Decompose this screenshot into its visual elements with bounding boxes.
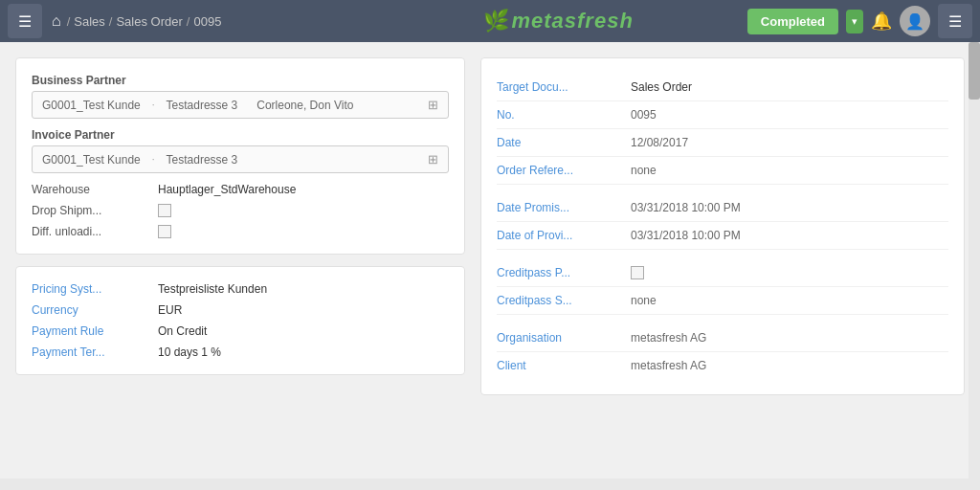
organisation-value: metasfresh AG — [631, 331, 948, 345]
hamburger-button[interactable]: ☰ — [8, 4, 42, 38]
client-label: Client — [497, 359, 631, 372]
diff-unloading-checkbox[interactable] — [158, 225, 171, 238]
breadcrumb-sep3: / — [187, 14, 190, 29]
header-right: Completed ▾ 🔔 👤 ☰ — [747, 4, 972, 38]
home-icon[interactable]: ⌂ — [52, 12, 61, 30]
business-partner-label: Business Partner — [32, 74, 449, 87]
order-reference-label: Order Refere... — [497, 164, 631, 177]
right-fields-card: Target Docu... Sales Order No. 0095 Date… — [480, 57, 965, 395]
app-menu-button[interactable]: ☰ — [938, 4, 972, 38]
business-partner-group: Business Partner G0001_Test Kunde · Test… — [32, 74, 449, 119]
invoice-partner-group: Invoice Partner G0001_Test Kunde · Testa… — [32, 128, 449, 173]
date-value: 12/08/2017 — [631, 136, 948, 149]
status-button[interactable]: Completed — [747, 9, 838, 34]
left-panel: Business Partner G0001_Test Kunde · Test… — [15, 57, 465, 475]
drop-shipment-row: Drop Shipm... — [32, 204, 449, 217]
date-promised-row: Date Promis... 03/31/2018 10:00 PM — [497, 194, 948, 222]
menu-icon: ☰ — [948, 12, 962, 31]
creditpass-p-label: Creditpass P... — [497, 266, 631, 279]
invoice-partner-input[interactable]: G0001_Test Kunde · Testadresse 3 ⊞ — [32, 145, 449, 173]
payment-rule-label: Payment Rule — [32, 324, 146, 338]
drop-shipment-label: Drop Shipm... — [32, 204, 146, 217]
pricing-system-row: Pricing Syst... Testpreisliste Kunden — [32, 282, 449, 296]
breadcrumb-sales-order[interactable]: Sales Order — [116, 14, 182, 29]
warehouse-row: Warehouse Hauptlager_StdWarehouse — [32, 183, 449, 196]
date-provision-row: Date of Provi... 03/31/2018 10:00 PM — [497, 222, 948, 250]
spacer-2 — [497, 250, 948, 259]
order-number-label: No. — [497, 108, 631, 122]
pricing-system-label: Pricing Syst... — [32, 282, 146, 296]
payment-rule-row: Payment Rule On Credit — [32, 324, 449, 338]
organisation-label: Organisation — [497, 331, 631, 345]
currency-row: Currency EUR — [32, 303, 449, 317]
ip-value-1: G0001_Test Kunde — [38, 151, 145, 168]
payment-term-label: Payment Ter... — [32, 345, 146, 359]
breadcrumb-sep1: / — [67, 14, 71, 29]
target-document-value: Sales Order — [631, 80, 948, 94]
breadcrumb-sep2: / — [109, 14, 113, 29]
header: ☰ ⌂ / Sales / Sales Order / 0095 🌿 metas… — [0, 0, 980, 42]
bp-value-3: Corleone, Don Vito — [253, 97, 357, 114]
scrollbar-thumb[interactable] — [969, 42, 980, 100]
bell-icon: 🔔 — [871, 11, 892, 31]
date-promised-value: 03/31/2018 10:00 PM — [631, 201, 948, 214]
ip-expand-icon[interactable]: ⊞ — [424, 150, 442, 168]
order-reference-row: Order Refere... none — [497, 157, 948, 185]
horizontal-scrollbar[interactable] — [0, 479, 969, 490]
avatar-button[interactable]: 👤 — [900, 6, 930, 36]
breadcrumb-sales[interactable]: Sales — [74, 14, 105, 29]
pricing-card: Pricing Syst... Testpreisliste Kunden Cu… — [15, 266, 465, 375]
business-partner-card: Business Partner G0001_Test Kunde · Test… — [15, 57, 465, 255]
order-reference-value: none — [631, 164, 948, 177]
header-left: ☰ ⌂ / Sales / Sales Order / 0095 — [8, 4, 369, 38]
date-provision-label: Date of Provi... — [497, 229, 631, 242]
drop-shipment-checkbox[interactable] — [158, 204, 171, 217]
diff-unloading-row: Diff. unloadi... — [32, 225, 449, 238]
invoice-partner-label: Invoice Partner — [32, 128, 449, 142]
date-row: Date 12/08/2017 — [497, 129, 948, 157]
creditpass-p-checkbox[interactable] — [631, 266, 644, 279]
logo-text: metasfresh — [511, 9, 633, 33]
client-value: metasfresh AG — [631, 359, 948, 372]
bp-sep: · — [148, 98, 159, 112]
payment-rule-value: On Credit — [158, 324, 449, 338]
order-number-value: 0095 — [631, 108, 948, 122]
status-dropdown-button[interactable]: ▾ — [846, 10, 863, 33]
pricing-system-value: Testpreisliste Kunden — [158, 282, 449, 296]
breadcrumb-order-no: 0095 — [193, 14, 221, 29]
spacer-3 — [497, 315, 948, 324]
client-row: Client metasfresh AG — [497, 352, 948, 379]
logo-leaf-icon: 🌿 — [483, 9, 509, 33]
creditpass-s-label: Creditpass S... — [497, 294, 631, 307]
business-partner-input[interactable]: G0001_Test Kunde · Testadresse 3 Corleon… — [32, 91, 449, 119]
creditpass-p-row: Creditpass P... — [497, 259, 948, 287]
scrollbar-track — [969, 42, 980, 490]
logo: 🌿 metasfresh — [377, 9, 739, 33]
warehouse-value: Hauptlager_StdWarehouse — [158, 183, 449, 196]
spacer-1 — [497, 185, 948, 194]
currency-value: EUR — [158, 303, 449, 317]
main-content: Business Partner G0001_Test Kunde · Test… — [0, 42, 980, 490]
avatar-icon: 👤 — [905, 12, 924, 31]
hamburger-icon: ☰ — [18, 12, 32, 31]
right-panel: Target Docu... Sales Order No. 0095 Date… — [480, 57, 965, 475]
organisation-row: Organisation metasfresh AG — [497, 324, 948, 352]
payment-term-row: Payment Ter... 10 days 1 % — [32, 345, 449, 359]
date-provision-value: 03/31/2018 10:00 PM — [631, 229, 948, 242]
date-promised-label: Date Promis... — [497, 201, 631, 214]
bp-expand-icon[interactable]: ⊞ — [424, 96, 442, 114]
creditpass-s-row: Creditpass S... none — [497, 287, 948, 315]
ip-sep: · — [148, 152, 159, 167]
order-number-row: No. 0095 — [497, 101, 948, 129]
target-document-row: Target Docu... Sales Order — [497, 74, 948, 101]
ip-value-2: Testadresse 3 — [163, 151, 242, 168]
payment-term-value: 10 days 1 % — [158, 345, 449, 359]
currency-label: Currency — [32, 303, 146, 317]
date-label: Date — [497, 136, 631, 149]
creditpass-s-value: none — [631, 294, 948, 307]
bp-value-2: Testadresse 3 — [163, 97, 242, 114]
target-document-label: Target Docu... — [497, 80, 631, 94]
notification-bell-button[interactable]: 🔔 — [871, 11, 892, 32]
breadcrumb: / Sales / Sales Order / 0095 — [67, 14, 222, 29]
warehouse-label: Warehouse — [32, 183, 146, 196]
